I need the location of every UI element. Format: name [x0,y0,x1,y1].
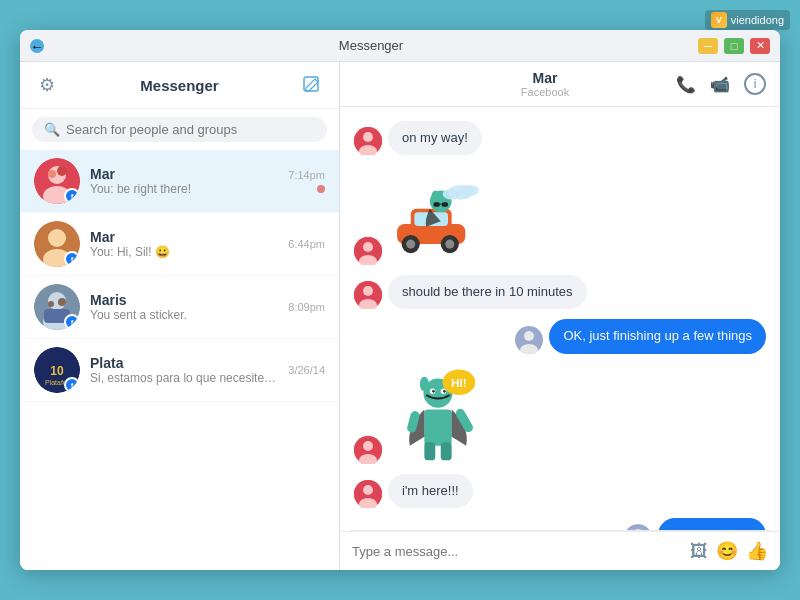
svg-point-29 [445,240,454,249]
conv-time: 7:14pm [288,169,325,181]
svg-point-32 [432,191,439,202]
message-row: on my way! [354,121,766,155]
chat-input-bar: 🖼 😊 👍 [340,531,780,570]
svg-text:HI!: HI! [451,375,467,389]
conv-item-plata[interactable]: 10 Platafor f Plata Si, estamos para lo … [20,339,339,402]
compose-icon[interactable] [299,72,325,98]
conversation-list: f Mar You: be right there! 7:14pm [20,150,339,570]
close-button[interactable]: ✕ [750,38,770,54]
search-input[interactable] [66,122,315,137]
conv-preview: You: be right there! [90,182,278,196]
avatar-plata: 10 Platafor f [34,347,80,393]
app-window: ← Messenger ─ □ ✕ ⚙ Messenger 🔍 [20,30,780,570]
conv-preview: You sent a sticker. [90,308,278,322]
svg-point-14 [58,298,66,306]
message-bubble: i'm here!!! [388,474,473,508]
conv-name: Mar [90,229,278,245]
conv-info-mar1: Mar You: be right there! [90,166,278,196]
title-bar: ← Messenger ─ □ ✕ [20,30,780,62]
window-controls: ─ □ ✕ [698,38,770,54]
conv-item-maris[interactable]: f Maris You sent a sticker. 8:09pm [20,276,339,339]
window-back-button[interactable]: ← [30,39,44,53]
title-bar-left: ← [30,39,44,53]
image-icon[interactable]: 🖼 [690,541,708,562]
fb-badge: f [64,251,80,267]
svg-point-27 [406,240,415,249]
sidebar-header: ⚙ Messenger [20,62,339,109]
conv-info-plata: Plata Si, estamos para lo que necesites.… [90,355,278,385]
message-row-2: should be there in 10 minutes [354,275,766,309]
svg-rect-35 [442,202,448,207]
avatar-mar1: f [34,158,80,204]
conv-preview: Si, estamos para lo que necesites. Es... [90,371,278,385]
svg-point-7 [48,229,66,247]
message-bubble: on my way! [388,121,482,155]
message-row-sticker1 [354,165,766,265]
conv-info-maris: Maris You sent a sticker. [90,292,278,322]
sidebar: ⚙ Messenger 🔍 [20,62,340,570]
fb-badge: f [64,188,80,204]
svg-point-47 [363,441,373,451]
message-bubble: should be there in 10 minutes [388,275,587,309]
watermark-logo: V [711,12,727,28]
info-icon[interactable]: i [744,73,766,95]
video-icon[interactable]: 📹 [710,75,730,94]
svg-point-39 [443,189,461,200]
message-bubble-me: OK, just finishing up a few things [549,319,766,353]
phone-icon[interactable]: 📞 [676,75,696,94]
conv-item-mar2[interactable]: f Mar You: Hi, Sil! 😀 6:44pm [20,213,339,276]
emoji-icon[interactable]: 😊 [716,540,738,562]
sticker-hi: HI! [388,364,488,464]
minimize-button[interactable]: ─ [698,38,718,54]
message-avatar [354,480,382,508]
chat-area: Mar Facebook 📞 📹 i on my way! [340,62,780,570]
conv-item-mar1[interactable]: f Mar You: be right there! 7:14pm [20,150,339,213]
conv-time: 3/26/14 [288,364,325,376]
sidebar-title: Messenger [70,77,289,94]
chat-contact-sub: Facebook [414,86,676,98]
conv-meta-mar2: 6:44pm [288,238,325,250]
chat-header-info: Mar Facebook [414,70,676,98]
conv-name: Plata [90,355,278,371]
svg-point-64 [363,485,373,495]
svg-point-55 [432,389,435,392]
conv-meta-mar1: 7:14pm [288,169,325,193]
app-title: Messenger [44,38,698,53]
avatar-mar2: f [34,221,80,267]
conv-time: 8:09pm [288,301,325,313]
svg-text:10: 10 [50,364,64,378]
svg-rect-49 [424,409,451,445]
message-avatar [354,436,382,464]
message-row-me2: be right there! [354,518,766,530]
svg-rect-60 [441,442,452,460]
conv-meta-plata: 3/26/14 [288,364,325,376]
message-avatar [354,281,382,309]
message-input[interactable] [352,544,682,559]
chat-contact-name: Mar [414,70,676,86]
search-bar[interactable]: 🔍 [32,117,327,142]
svg-rect-59 [424,442,435,460]
chat-messages: on my way! [340,107,780,530]
sticker-driving [388,165,488,265]
svg-point-22 [363,242,373,252]
conv-preview: You: Hi, Sil! 😀 [90,245,278,259]
message-row-3: i'm here!!! [354,474,766,508]
thumbsup-icon[interactable]: 👍 [746,540,768,562]
maximize-button[interactable]: □ [724,38,744,54]
watermark: V viendidong [705,10,790,30]
svg-point-13 [48,301,54,307]
chat-header-actions: 📞 📹 i [676,73,766,95]
message-avatar [354,237,382,265]
search-icon: 🔍 [44,122,60,137]
watermark-text: viendidong [731,14,784,26]
conv-name: Mar [90,166,278,182]
fb-badge: f [64,314,80,330]
settings-icon[interactable]: ⚙ [34,72,60,98]
conv-time: 6:44pm [288,238,325,250]
conv-info-mar2: Mar You: Hi, Sil! 😀 [90,229,278,259]
message-avatar-me [515,326,543,354]
conv-meta-maris: 8:09pm [288,301,325,313]
avatar-maris: f [34,284,80,330]
svg-point-4 [48,170,56,178]
svg-point-56 [443,389,446,392]
